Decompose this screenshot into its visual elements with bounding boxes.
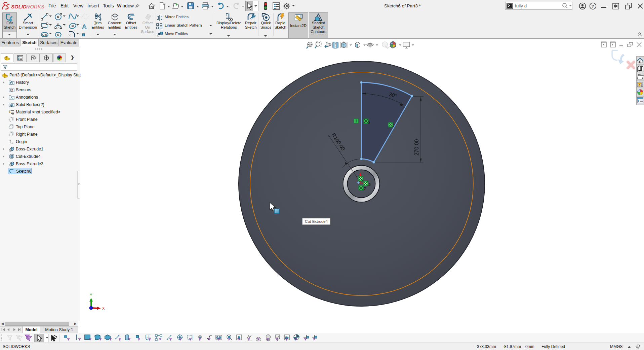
- svg-text:Y: Y: [90, 293, 92, 297]
- svg-text:7: 7: [393, 123, 395, 128]
- svg-text:270.00: 270.00: [414, 139, 419, 155]
- svg-text:?: ?: [592, 4, 594, 9]
- svg-text:A: A: [82, 22, 87, 31]
- svg-text:SOLID: SOLID: [11, 4, 27, 9]
- svg-text:A: A: [10, 96, 13, 100]
- svg-text:5: 5: [368, 119, 370, 125]
- svg-text:5: 5: [368, 182, 371, 187]
- svg-text:7: 7: [364, 186, 366, 191]
- svg-text:X: X: [102, 306, 105, 310]
- svg-text:WORKS: WORKS: [25, 4, 44, 9]
- svg-text:N: N: [228, 336, 230, 339]
